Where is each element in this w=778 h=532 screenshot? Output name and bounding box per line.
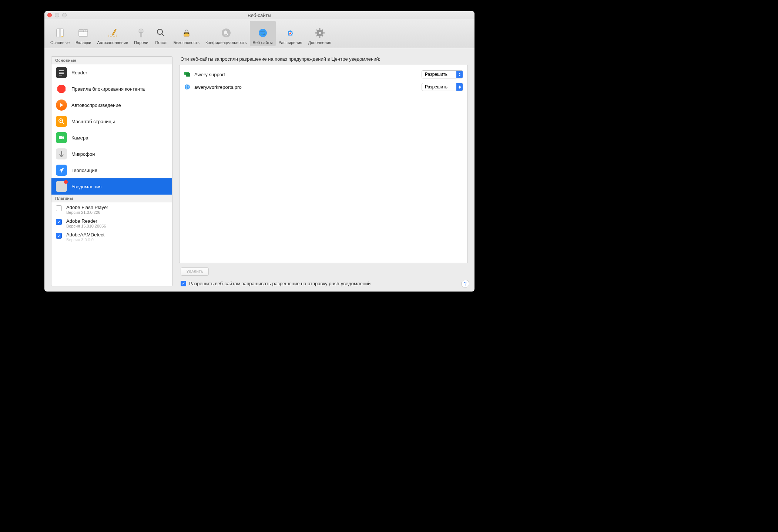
plugin-version: Версия 21.0.0.226: [66, 210, 108, 215]
tabs-icon: +: [77, 27, 89, 39]
tab-general[interactable]: Основные: [47, 21, 73, 46]
svg-point-17: [259, 29, 267, 37]
globe-small-icon: [184, 84, 191, 90]
svg-line-36: [62, 122, 64, 124]
allow-push-checkbox[interactable]: [181, 281, 186, 286]
reader-icon: [56, 67, 67, 78]
hand-icon: [220, 27, 232, 39]
zoom-button[interactable]: [62, 13, 67, 17]
main-panel: Эти веб-сайты запросили разрешение на по…: [179, 56, 468, 286]
plugin-name: Adobe Reader: [66, 218, 106, 224]
svg-line-12: [162, 34, 164, 36]
sidebar-item-location[interactable]: Геопозиция: [51, 162, 172, 178]
svg-rect-39: [59, 136, 63, 139]
zoom-icon: [56, 116, 67, 127]
svg-marker-44: [59, 168, 64, 173]
sidebar-general-list: Reader Правила блокирования контента Авт…: [51, 64, 172, 195]
chat-icon: [184, 71, 191, 78]
allow-push-label: Разрешить веб-сайтам запрашивать разреше…: [189, 281, 370, 286]
svg-rect-15: [185, 33, 188, 34]
location-icon: [56, 165, 67, 176]
lock-icon: [181, 27, 192, 39]
tab-websites[interactable]: Веб-сайты: [250, 21, 276, 46]
sidebar-item-label: Камера: [71, 135, 88, 141]
svg-rect-46: [186, 73, 190, 77]
site-name: Awery support: [194, 72, 418, 77]
globe-icon: [257, 27, 269, 39]
sidebar: Основные Reader Правила блокирования кон…: [51, 56, 172, 286]
sidebar-item-zoom[interactable]: Масштаб страницы: [51, 113, 172, 129]
minimize-button[interactable]: [55, 13, 59, 17]
sidebar-item-label: Микрофон: [71, 151, 95, 157]
plugin-item[interactable]: Adobe Flash Player Версия 21.0.0.226: [51, 202, 172, 216]
autofill-icon: [107, 27, 118, 39]
sidebar-item-reader[interactable]: Reader: [51, 64, 172, 81]
plugin-version: Версия 15.010.20056: [66, 224, 106, 228]
permission-select[interactable]: Разрешить: [422, 83, 463, 91]
permission-select[interactable]: Разрешить: [422, 70, 463, 78]
tab-autofill[interactable]: Автозаполнение: [94, 21, 131, 46]
plugin-checkbox[interactable]: [56, 205, 62, 211]
search-icon: [155, 27, 167, 39]
close-button[interactable]: [47, 13, 52, 17]
svg-line-26: [322, 35, 323, 36]
plugin-checkbox[interactable]: [56, 219, 62, 225]
sidebar-plugins-list: Adobe Flash Player Версия 21.0.0.226 Ado…: [51, 202, 172, 243]
microphone-icon: [56, 148, 67, 159]
plugin-item[interactable]: AdobeAAMDetect Версия 3.0.0.0: [51, 230, 172, 243]
gear-icon: [314, 27, 326, 39]
svg-line-28: [322, 30, 323, 31]
plugin-version: Версия 3.0.0.0: [66, 238, 104, 242]
sidebar-item-contentblockers[interactable]: Правила блокирования контента: [51, 81, 172, 97]
sidebar-item-label: Автовоспроизведение: [71, 102, 121, 108]
svg-marker-33: [57, 85, 66, 93]
preferences-window: Веб-сайты Основные + Вкладки Автозаполне…: [44, 11, 474, 292]
svg-rect-41: [61, 151, 62, 155]
tab-security[interactable]: Безопасность: [171, 21, 202, 46]
key-icon: [135, 27, 147, 39]
svg-point-20: [319, 32, 321, 34]
select-arrows-icon: [456, 83, 463, 91]
help-button[interactable]: ?: [461, 280, 469, 288]
svg-marker-34: [60, 103, 63, 107]
sidebar-item-camera[interactable]: Камера: [51, 129, 172, 146]
svg-line-25: [316, 30, 318, 31]
traffic-lights: [47, 13, 67, 17]
tab-passwords[interactable]: Пароли: [131, 21, 151, 46]
site-name: awery.workreports.pro: [194, 84, 418, 90]
svg-rect-10: [140, 33, 142, 37]
site-row[interactable]: awery.workreports.pro Разрешить: [180, 81, 467, 93]
sidebar-item-label: Reader: [71, 70, 87, 75]
sidebar-section-plugins: Плагины: [51, 195, 172, 202]
camera-icon: [56, 132, 67, 143]
general-icon: [54, 27, 66, 39]
notifications-icon: [56, 181, 67, 192]
tab-advanced[interactable]: Дополнения: [305, 21, 334, 46]
play-icon: [56, 100, 67, 111]
svg-rect-8: [112, 29, 117, 36]
svg-marker-40: [63, 136, 64, 139]
sidebar-item-label: Правила блокирования контента: [71, 86, 145, 92]
svg-rect-1: [59, 29, 61, 37]
select-arrows-icon: [456, 71, 463, 78]
tab-extensions[interactable]: Расширения: [276, 21, 305, 46]
sidebar-item-notifications[interactable]: Уведомления: [51, 178, 172, 195]
sidebar-item-autoplay[interactable]: Автовоспроизведение: [51, 97, 172, 113]
delete-button[interactable]: Удалить: [181, 267, 209, 276]
plugin-name: Adobe Flash Player: [66, 205, 108, 210]
tab-privacy[interactable]: Конфиденциальность: [202, 21, 250, 46]
svg-line-27: [316, 35, 318, 36]
allow-push-row: Разрешить веб-сайтам запрашивать разреше…: [179, 276, 468, 286]
plugin-name: AdobeAAMDetect: [66, 232, 104, 238]
plugin-item[interactable]: Adobe Reader Версия 15.010.20056: [51, 216, 172, 230]
panel-description: Эти веб-сайты запросили разрешение на по…: [179, 56, 468, 65]
body: Основные Reader Правила блокирования кон…: [44, 48, 474, 292]
plugin-checkbox[interactable]: [56, 233, 62, 239]
stop-icon: [56, 83, 67, 94]
titlebar: Веб-сайты: [44, 11, 474, 19]
window-title: Веб-сайты: [44, 13, 474, 18]
site-row[interactable]: Awery support Разрешить: [180, 68, 467, 81]
sidebar-item-microphone[interactable]: Микрофон: [51, 146, 172, 162]
tab-tabs[interactable]: + Вкладки: [73, 21, 94, 46]
tab-search[interactable]: Поиск: [151, 21, 171, 46]
